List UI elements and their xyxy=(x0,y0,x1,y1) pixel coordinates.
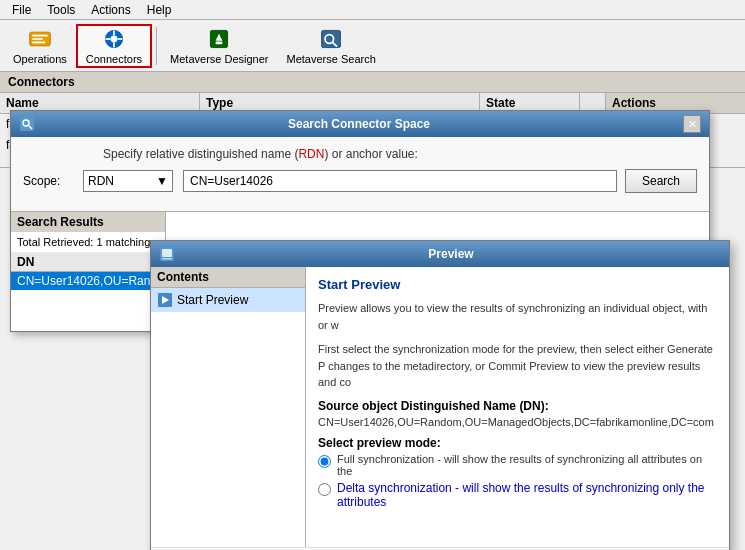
radio-full-sync-row: Full synchronization - will show the res… xyxy=(318,453,717,477)
preview-right-header: Start Preview xyxy=(318,277,717,292)
scope-select: RDN ▼ xyxy=(83,170,173,192)
menu-file[interactable]: File xyxy=(4,3,39,17)
search-dialog-icon xyxy=(19,116,35,132)
toolbar-sep xyxy=(156,27,157,65)
search-button[interactable]: Search xyxy=(625,169,697,193)
svg-rect-2 xyxy=(32,38,42,40)
connectors-button[interactable]: Connectors xyxy=(76,24,152,68)
svg-rect-1 xyxy=(32,34,47,36)
radio-group: Full synchronization - will show the res… xyxy=(318,453,717,509)
connectors-section-header: Connectors xyxy=(0,72,745,93)
hint-row: Specify relative distinguished name (RDN… xyxy=(23,147,697,161)
scope-value: RDN xyxy=(88,174,114,188)
svg-rect-12 xyxy=(216,41,223,44)
svg-rect-3 xyxy=(32,41,45,43)
radio-delta-sync-label: Delta synchronization - will show the re… xyxy=(337,481,717,509)
radio-delta-sync[interactable] xyxy=(318,483,331,496)
start-preview-item[interactable]: Start Preview xyxy=(151,288,305,312)
scope-chevron: ▼ xyxy=(156,174,168,188)
operations-label: Operations xyxy=(13,53,67,65)
select-mode-label: Select preview mode: xyxy=(318,436,717,450)
scope-row: Scope: RDN ▼ Search xyxy=(23,169,697,193)
menu-tools[interactable]: Tools xyxy=(39,3,83,17)
search-results-panel: Search Results Total Retrieved: 1 matchi… xyxy=(11,212,166,331)
source-dn-label: Source object Distinguished Name (DN): xyxy=(318,399,717,413)
preview-desc1: Preview allows you to view the results o… xyxy=(318,300,717,333)
operations-button[interactable]: Operations xyxy=(4,24,76,68)
source-dn-value: CN=User14026,OU=Random,OU=ManagedObjects… xyxy=(318,416,717,428)
scope-hint: Specify relative distinguished name (RDN… xyxy=(103,147,697,161)
results-col-dn: DN xyxy=(11,253,165,272)
scope-dropdown[interactable]: RDN ▼ xyxy=(83,170,173,192)
radio-full-sync-label: Full synchronization - will show the res… xyxy=(337,453,717,477)
start-preview-icon xyxy=(157,292,173,308)
preview-body: Contents Start Preview Start Preview Pre… xyxy=(151,267,729,547)
radio-delta-sync-row: Delta synchronization - will show the re… xyxy=(318,481,717,509)
preview-desc2: First select the synchronization mode fo… xyxy=(318,341,717,391)
results-item[interactable]: CN=User14026,OU=Rand xyxy=(11,272,165,290)
results-status: Total Retrieved: 1 matching xyxy=(11,232,165,253)
radio-full-sync[interactable] xyxy=(318,455,331,468)
toolbar: Operations Connectors Metaverse Designer xyxy=(0,20,745,72)
preview-dialog-icon xyxy=(159,246,175,262)
menu-help[interactable]: Help xyxy=(139,3,180,17)
preview-left-panel: Contents Start Preview xyxy=(151,267,306,547)
metaverse-designer-icon xyxy=(207,27,231,51)
metaverse-designer-button[interactable]: Metaverse Designer xyxy=(161,24,277,68)
preview-dialog: Preview Contents Start Preview Start Pre… xyxy=(150,240,730,550)
search-dialog-title: Search Connector Space xyxy=(35,117,683,131)
menu-bar: File Tools Actions Help xyxy=(0,0,745,20)
svg-rect-27 xyxy=(162,258,172,260)
metaverse-designer-label: Metaverse Designer xyxy=(170,53,268,65)
metaverse-search-label: Metaverse Search xyxy=(287,53,376,65)
svg-point-5 xyxy=(111,35,118,42)
metaverse-search-icon xyxy=(319,27,343,51)
metaverse-search-button[interactable]: Metaverse Search xyxy=(278,24,385,68)
results-header: Search Results xyxy=(11,212,165,232)
menu-actions[interactable]: Actions xyxy=(83,3,138,17)
operations-icon xyxy=(28,27,52,51)
scope-label: Scope: xyxy=(23,174,83,188)
preview-titlebar: Preview xyxy=(151,241,729,267)
connectors-label: Connectors xyxy=(86,53,142,65)
preview-title: Preview xyxy=(181,247,721,261)
search-dialog-titlebar: Search Connector Space ✕ xyxy=(11,111,709,137)
preview-right-panel: Start Preview Preview allows you to view… xyxy=(306,267,729,547)
search-dialog-content: Specify relative distinguished name (RDN… xyxy=(11,137,709,211)
rdn-input[interactable] xyxy=(183,170,617,192)
contents-header: Contents xyxy=(151,267,305,288)
start-preview-label: Start Preview xyxy=(177,293,248,307)
connectors-icon xyxy=(102,27,126,51)
search-dialog-close[interactable]: ✕ xyxy=(683,115,701,133)
svg-rect-26 xyxy=(162,249,172,257)
rdn-highlight: RDN xyxy=(298,147,324,161)
